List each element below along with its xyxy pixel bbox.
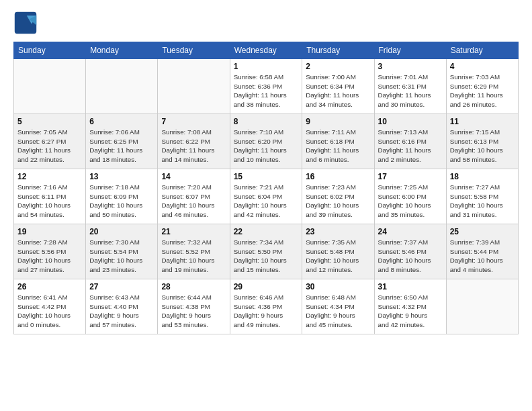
- calendar-cell: 9Sunrise: 7:11 AM Sunset: 6:18 PM Daylig…: [302, 114, 374, 169]
- day-info: Sunrise: 7:10 AM Sunset: 6:20 PM Dayligh…: [234, 128, 299, 165]
- calendar-cell: [446, 279, 518, 334]
- day-number: 12: [17, 172, 82, 181]
- calendar-cell: 4Sunrise: 7:03 AM Sunset: 6:29 PM Daylig…: [446, 59, 518, 114]
- calendar-cell: 31Sunrise: 6:50 AM Sunset: 4:32 PM Dayli…: [374, 279, 446, 334]
- page: SundayMondayTuesdayWednesdayThursdayFrid…: [0, 0, 532, 341]
- calendar-cell: [158, 59, 230, 114]
- logo-icon: [13, 11, 38, 35]
- day-number: 5: [17, 117, 82, 126]
- calendar-cell: 6Sunrise: 7:06 AM Sunset: 6:25 PM Daylig…: [86, 114, 158, 169]
- day-info: Sunrise: 7:15 AM Sunset: 6:13 PM Dayligh…: [450, 128, 515, 165]
- day-info: Sunrise: 7:37 AM Sunset: 5:46 PM Dayligh…: [378, 238, 443, 275]
- calendar: SundayMondayTuesdayWednesdayThursdayFrid…: [13, 42, 519, 334]
- day-number: 31: [378, 282, 443, 291]
- day-info: Sunrise: 7:34 AM Sunset: 5:50 PM Dayligh…: [234, 238, 299, 275]
- day-info: Sunrise: 7:01 AM Sunset: 6:31 PM Dayligh…: [378, 73, 443, 109]
- day-info: Sunrise: 7:35 AM Sunset: 5:48 PM Dayligh…: [306, 238, 370, 275]
- day-number: 20: [89, 227, 154, 236]
- day-info: Sunrise: 6:46 AM Sunset: 4:36 PM Dayligh…: [234, 293, 299, 330]
- day-number: 2: [306, 62, 370, 71]
- day-number: 22: [234, 227, 299, 236]
- week-row-4: 26Sunrise: 6:41 AM Sunset: 4:42 PM Dayli…: [14, 279, 519, 334]
- calendar-cell: 7Sunrise: 7:08 AM Sunset: 6:22 PM Daylig…: [158, 114, 230, 169]
- day-number: 10: [378, 117, 443, 126]
- day-info: Sunrise: 7:25 AM Sunset: 6:00 PM Dayligh…: [378, 183, 443, 220]
- day-number: 7: [161, 117, 226, 126]
- calendar-cell: 26Sunrise: 6:41 AM Sunset: 4:42 PM Dayli…: [14, 279, 86, 334]
- calendar-cell: 10Sunrise: 7:13 AM Sunset: 6:16 PM Dayli…: [374, 114, 446, 169]
- day-info: Sunrise: 7:39 AM Sunset: 5:44 PM Dayligh…: [450, 238, 515, 275]
- day-number: 15: [234, 172, 299, 181]
- day-number: 9: [306, 117, 370, 126]
- day-number: 3: [378, 62, 443, 71]
- logo: [13, 11, 40, 35]
- week-row-0: 1Sunrise: 6:58 AM Sunset: 6:36 PM Daylig…: [14, 59, 519, 114]
- day-info: Sunrise: 7:28 AM Sunset: 5:56 PM Dayligh…: [17, 238, 82, 275]
- svg-rect-0: [15, 12, 36, 34]
- day-info: Sunrise: 7:18 AM Sunset: 6:09 PM Dayligh…: [89, 183, 154, 220]
- calendar-cell: 24Sunrise: 7:37 AM Sunset: 5:46 PM Dayli…: [374, 224, 446, 279]
- calendar-cell: 13Sunrise: 7:18 AM Sunset: 6:09 PM Dayli…: [86, 169, 158, 224]
- calendar-cell: 16Sunrise: 7:23 AM Sunset: 6:02 PM Dayli…: [302, 169, 374, 224]
- calendar-cell: [86, 59, 158, 114]
- calendar-cell: [14, 59, 86, 114]
- day-number: 11: [450, 117, 515, 126]
- weekday-header-saturday: Saturday: [446, 42, 518, 59]
- day-number: 23: [306, 227, 370, 236]
- day-number: 28: [161, 282, 226, 291]
- day-number: 29: [234, 282, 299, 291]
- calendar-cell: 22Sunrise: 7:34 AM Sunset: 5:50 PM Dayli…: [230, 224, 302, 279]
- week-row-3: 19Sunrise: 7:28 AM Sunset: 5:56 PM Dayli…: [14, 224, 519, 279]
- day-info: Sunrise: 7:20 AM Sunset: 6:07 PM Dayligh…: [161, 183, 226, 220]
- calendar-cell: 17Sunrise: 7:25 AM Sunset: 6:00 PM Dayli…: [374, 169, 446, 224]
- day-info: Sunrise: 7:03 AM Sunset: 6:29 PM Dayligh…: [450, 73, 515, 109]
- day-info: Sunrise: 7:00 AM Sunset: 6:34 PM Dayligh…: [306, 73, 370, 109]
- day-number: 13: [89, 172, 154, 181]
- day-number: 27: [89, 282, 154, 291]
- weekday-header-wednesday: Wednesday: [230, 42, 302, 59]
- week-row-2: 12Sunrise: 7:16 AM Sunset: 6:11 PM Dayli…: [14, 169, 519, 224]
- day-number: 19: [17, 227, 82, 236]
- day-number: 18: [450, 172, 515, 181]
- day-number: 26: [17, 282, 82, 291]
- day-number: 14: [161, 172, 226, 181]
- day-number: 16: [306, 172, 370, 181]
- day-info: Sunrise: 7:08 AM Sunset: 6:22 PM Dayligh…: [161, 128, 226, 165]
- day-number: 25: [450, 227, 515, 236]
- weekday-header-friday: Friday: [374, 42, 446, 59]
- calendar-cell: 12Sunrise: 7:16 AM Sunset: 6:11 PM Dayli…: [14, 169, 86, 224]
- day-info: Sunrise: 7:21 AM Sunset: 6:04 PM Dayligh…: [234, 183, 299, 220]
- calendar-cell: 14Sunrise: 7:20 AM Sunset: 6:07 PM Dayli…: [158, 169, 230, 224]
- calendar-cell: 11Sunrise: 7:15 AM Sunset: 6:13 PM Dayli…: [446, 114, 518, 169]
- week-row-1: 5Sunrise: 7:05 AM Sunset: 6:27 PM Daylig…: [14, 114, 519, 169]
- calendar-cell: 5Sunrise: 7:05 AM Sunset: 6:27 PM Daylig…: [14, 114, 86, 169]
- day-number: 21: [161, 227, 226, 236]
- day-info: Sunrise: 7:30 AM Sunset: 5:54 PM Dayligh…: [89, 238, 154, 275]
- day-number: 6: [89, 117, 154, 126]
- calendar-cell: 1Sunrise: 6:58 AM Sunset: 6:36 PM Daylig…: [230, 59, 302, 114]
- calendar-cell: 19Sunrise: 7:28 AM Sunset: 5:56 PM Dayli…: [14, 224, 86, 279]
- day-info: Sunrise: 6:58 AM Sunset: 6:36 PM Dayligh…: [234, 73, 299, 109]
- day-info: Sunrise: 7:05 AM Sunset: 6:27 PM Dayligh…: [17, 128, 82, 165]
- calendar-cell: 15Sunrise: 7:21 AM Sunset: 6:04 PM Dayli…: [230, 169, 302, 224]
- day-number: 8: [234, 117, 299, 126]
- day-info: Sunrise: 7:23 AM Sunset: 6:02 PM Dayligh…: [306, 183, 370, 220]
- day-info: Sunrise: 6:44 AM Sunset: 4:38 PM Dayligh…: [161, 293, 226, 330]
- day-number: 24: [378, 227, 443, 236]
- calendar-cell: 23Sunrise: 7:35 AM Sunset: 5:48 PM Dayli…: [302, 224, 374, 279]
- day-info: Sunrise: 6:43 AM Sunset: 4:40 PM Dayligh…: [89, 293, 154, 330]
- day-info: Sunrise: 7:16 AM Sunset: 6:11 PM Dayligh…: [17, 183, 82, 220]
- weekday-header-tuesday: Tuesday: [158, 42, 230, 59]
- day-info: Sunrise: 6:50 AM Sunset: 4:32 PM Dayligh…: [378, 293, 443, 330]
- weekday-header-monday: Monday: [86, 42, 158, 59]
- weekday-header-sunday: Sunday: [14, 42, 86, 59]
- calendar-cell: 21Sunrise: 7:32 AM Sunset: 5:52 PM Dayli…: [158, 224, 230, 279]
- day-number: 4: [450, 62, 515, 71]
- calendar-cell: 30Sunrise: 6:48 AM Sunset: 4:34 PM Dayli…: [302, 279, 374, 334]
- calendar-cell: 29Sunrise: 6:46 AM Sunset: 4:36 PM Dayli…: [230, 279, 302, 334]
- calendar-cell: 18Sunrise: 7:27 AM Sunset: 5:58 PM Dayli…: [446, 169, 518, 224]
- calendar-cell: 2Sunrise: 7:00 AM Sunset: 6:34 PM Daylig…: [302, 59, 374, 114]
- header: [13, 11, 519, 35]
- calendar-cell: 3Sunrise: 7:01 AM Sunset: 6:31 PM Daylig…: [374, 59, 446, 114]
- day-number: 30: [306, 282, 370, 291]
